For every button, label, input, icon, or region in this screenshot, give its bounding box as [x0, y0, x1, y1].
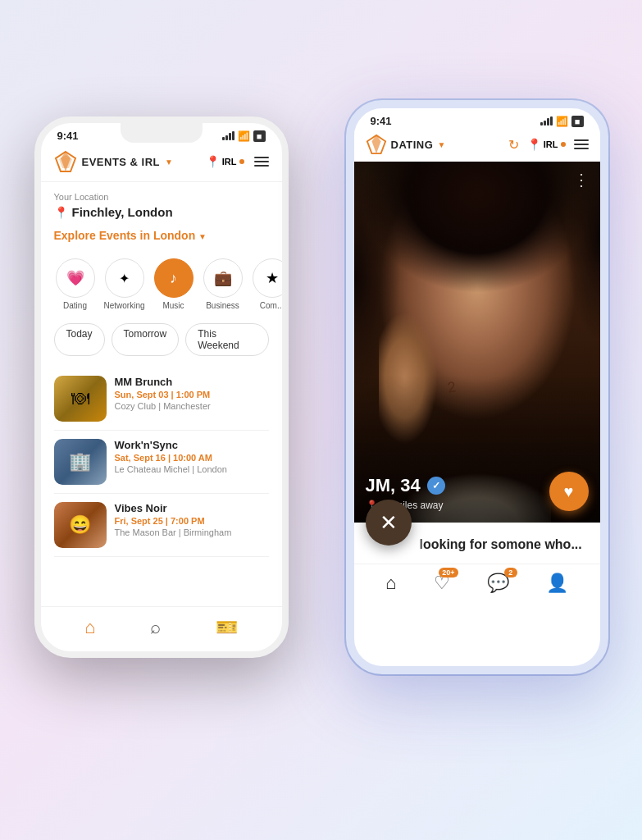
event-name-brunch: MM Brunch	[115, 376, 269, 388]
explore-city[interactable]: London	[153, 229, 195, 242]
location-city: Finchley, London	[72, 205, 173, 219]
dating-action-area: ✕ looking for somone who...	[354, 523, 600, 564]
event-venue-sync: Le Chateau Michel | London	[115, 464, 269, 474]
left-bottom-nav: ⌂ ⌕ 🎫	[41, 606, 282, 651]
nav-home-icon[interactable]: ⌂	[84, 617, 95, 638]
nav-right-profile[interactable]: 👤	[546, 573, 568, 594]
right-wifi-icon: 📶	[556, 116, 568, 127]
networking-circle: ✦	[105, 258, 144, 298]
right-dropdown-arrow[interactable]: ▼	[437, 140, 445, 149]
messages-badge: 2	[504, 568, 517, 578]
nav-right-messages[interactable]: 2 💬	[487, 573, 509, 594]
right-bottom-nav: ⌂ 20+ ♡ 2 💬 👤	[354, 564, 600, 605]
event-list: 🍽 MM Brunch Sun, Sept 03 | 1:00 PM Cozy …	[41, 364, 282, 560]
event-thumb-vibes: 😄	[54, 502, 107, 548]
event-item-brunch[interactable]: 🍽 MM Brunch Sun, Sept 03 | 1:00 PM Cozy …	[54, 368, 269, 431]
hamburger-menu-icon[interactable]	[254, 157, 269, 167]
nav-right-likes[interactable]: 20+ ♡	[434, 573, 450, 594]
right-phone: 9:41 📶 ■ DATING ▼	[346, 100, 608, 674]
brunch-image: 🍽	[54, 376, 107, 422]
right-status-bar: 9:41 📶 ■	[354, 108, 600, 130]
refresh-icon[interactable]: ↻	[508, 137, 519, 153]
close-button[interactable]: ✕	[366, 500, 412, 546]
nav-right-home[interactable]: ⌂	[385, 573, 396, 594]
close-icon: ✕	[380, 510, 398, 536]
location-value: 📍 Finchley, London	[54, 205, 269, 219]
category-networking[interactable]: ✦ Networking	[103, 258, 146, 310]
left-notch	[121, 123, 203, 143]
category-business[interactable]: 💼 Business	[202, 258, 244, 310]
right-app-header: DATING ▼ ↻ 📍 IRL	[354, 130, 600, 162]
category-music[interactable]: ♪ Music	[153, 258, 195, 310]
event-name-sync: Work'n'Sync	[115, 439, 269, 451]
left-dropdown-arrow[interactable]: ▼	[165, 158, 173, 167]
dating-circle: 💗	[56, 258, 95, 298]
left-app-name: EVENTS & IRL	[82, 156, 161, 168]
profile-age: 34	[400, 475, 420, 495]
right-hamburger-menu-icon[interactable]	[574, 139, 589, 149]
networking-label: Networking	[103, 301, 144, 310]
left-irl-badge[interactable]: 📍 IRL	[206, 155, 244, 168]
signal-icon	[222, 131, 234, 140]
explore-title: Explore Events in London ▼	[54, 229, 269, 242]
explore-arrow[interactable]: ▼	[198, 232, 207, 241]
event-name-vibes: Vibes Noir	[115, 502, 269, 514]
looking-text-content: ooking for somone who...	[423, 537, 582, 551]
phones-container: 9:41 📶 ■ EVENTS & IRL	[34, 51, 608, 789]
right-irl-dot	[561, 142, 566, 147]
filter-this-weekend[interactable]: This Weekend	[185, 323, 268, 356]
likes-badge: 20+	[439, 568, 458, 578]
right-header-controls: ↻ 📍 IRL	[508, 137, 589, 153]
right-profile-icon: 👤	[546, 573, 568, 594]
business-circle: 💼	[203, 258, 243, 298]
filter-today[interactable]: Today	[54, 323, 105, 356]
left-brand[interactable]: EVENTS & IRL ▼	[54, 150, 174, 173]
dating-label: Dating	[63, 301, 87, 310]
left-app-header: EVENTS & IRL ▼ 📍 IRL	[41, 145, 282, 182]
right-time: 9:41	[371, 115, 392, 127]
more-options-icon[interactable]: ⋮	[573, 170, 590, 189]
left-phone: 9:41 📶 ■ EVENTS & IRL	[34, 116, 289, 658]
left-time: 9:41	[57, 130, 79, 142]
filter-tomorrow[interactable]: Tomorrow	[112, 323, 180, 356]
business-label: Business	[206, 301, 239, 310]
left-header-right: 📍 IRL	[206, 155, 269, 168]
event-item-sync[interactable]: 🏢 Work'n'Sync Sat, Sept 16 | 10:00 AM Le…	[54, 431, 269, 494]
battery-icon: ■	[253, 130, 266, 142]
left-status-icons: 📶 ■	[222, 130, 266, 142]
heart-button[interactable]: ♥	[549, 472, 589, 511]
event-info-brunch: MM Brunch Sun, Sept 03 | 1:00 PM Cozy Cl…	[115, 376, 269, 422]
location-section: Your Location 📍 Finchley, London	[41, 182, 282, 226]
categories-row: 💗 Dating ✦ Networking ♪ Music 💼 Business…	[41, 250, 282, 318]
community-label: Com...	[260, 301, 282, 310]
irl-text: IRL	[222, 157, 237, 167]
profile-name-age: JM, 34 ✓	[366, 475, 445, 496]
right-battery-icon: ■	[571, 116, 584, 127]
event-date-sync: Sat, Sept 16 | 10:00 AM	[115, 453, 269, 463]
event-thumb-sync: 🏢	[54, 439, 107, 485]
right-status-icons: 📶 ■	[540, 116, 584, 127]
event-venue-vibes: The Mason Bar | Birmingham	[115, 527, 269, 537]
community-circle: ★	[253, 258, 282, 298]
event-date-brunch: Sun, Sept 03 | 1:00 PM	[115, 390, 269, 399]
event-info-vibes: Vibes Noir Fri, Sept 25 | 7:00 PM The Ma…	[115, 502, 269, 548]
location-label: Your Location	[54, 192, 269, 202]
logo-icon	[54, 150, 77, 173]
right-brand[interactable]: DATING ▼	[366, 134, 446, 155]
explore-section: Explore Events in London ▼	[41, 226, 282, 250]
category-community[interactable]: ★ Com...	[251, 258, 282, 310]
music-label: Music	[162, 301, 184, 310]
nav-tickets-icon[interactable]: 🎫	[216, 617, 238, 638]
verified-badge-icon: ✓	[427, 477, 445, 495]
right-irl-badge[interactable]: 📍 IRL	[527, 138, 566, 151]
event-item-vibes[interactable]: 😄 Vibes Noir Fri, Sept 25 | 7:00 PM The …	[54, 494, 269, 557]
wifi-icon: 📶	[238, 130, 250, 142]
event-date-vibes: Fri, Sept 25 | 7:00 PM	[115, 516, 269, 526]
music-circle: ♪	[154, 258, 194, 298]
profile-name: JM	[366, 475, 391, 495]
category-dating[interactable]: 💗 Dating	[54, 258, 97, 310]
vibes-image: 😄	[54, 502, 107, 548]
nav-search-icon[interactable]: ⌕	[150, 617, 161, 638]
dating-profile-card[interactable]: 2 ⋮ JM, 34 ✓ 📍 29 miles away ♥	[354, 162, 600, 523]
event-thumb-brunch: 🍽	[54, 376, 107, 422]
